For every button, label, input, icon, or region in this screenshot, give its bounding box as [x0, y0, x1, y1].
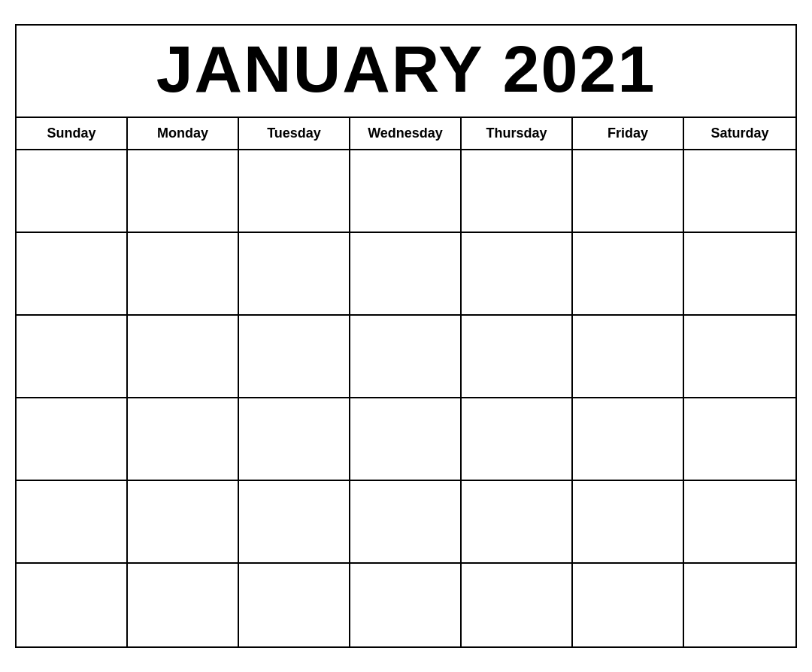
calendar-cell[interactable]	[462, 316, 573, 398]
calendar-cell[interactable]	[462, 398, 573, 481]
calendar-cell[interactable]	[684, 150, 795, 233]
day-header-thursday: Thursday	[462, 118, 573, 149]
calendar-cell[interactable]	[350, 481, 462, 564]
calendar-cell[interactable]	[128, 564, 239, 646]
day-header-tuesday: Tuesday	[239, 118, 350, 149]
calendar-cell[interactable]	[239, 398, 350, 481]
calendar: JANUARY 2021 Sunday Monday Tuesday Wedne…	[15, 24, 797, 649]
calendar-cell[interactable]	[350, 150, 462, 233]
calendar-cell[interactable]	[573, 233, 684, 316]
calendar-cell[interactable]	[573, 150, 684, 233]
calendar-cell[interactable]	[684, 564, 795, 646]
day-header-friday: Friday	[573, 118, 684, 149]
calendar-cell[interactable]	[128, 150, 239, 233]
calendar-cell[interactable]	[462, 233, 573, 316]
calendar-cell[interactable]	[350, 564, 462, 646]
calendar-cell[interactable]	[128, 398, 239, 481]
calendar-cell[interactable]	[239, 481, 350, 564]
calendar-cell[interactable]	[573, 316, 684, 398]
calendar-title: JANUARY 2021	[17, 33, 795, 106]
calendar-cell[interactable]	[573, 398, 684, 481]
day-header-sunday: Sunday	[17, 118, 128, 149]
calendar-cell[interactable]	[462, 150, 573, 233]
calendar-cell[interactable]	[17, 150, 128, 233]
day-header-saturday: Saturday	[684, 118, 795, 149]
calendar-cell[interactable]	[573, 564, 684, 646]
calendar-cell[interactable]	[684, 398, 795, 481]
calendar-cell[interactable]	[239, 316, 350, 398]
calendar-cell[interactable]	[684, 481, 795, 564]
calendar-cell[interactable]	[462, 564, 573, 646]
day-header-monday: Monday	[128, 118, 239, 149]
calendar-grid	[17, 150, 795, 646]
calendar-cell[interactable]	[17, 316, 128, 398]
calendar-cell[interactable]	[239, 233, 350, 316]
calendar-cell[interactable]	[684, 316, 795, 398]
calendar-cell[interactable]	[573, 481, 684, 564]
calendar-cell[interactable]	[128, 233, 239, 316]
calendar-cell[interactable]	[462, 481, 573, 564]
days-header: Sunday Monday Tuesday Wednesday Thursday…	[17, 118, 795, 150]
calendar-cell[interactable]	[128, 316, 239, 398]
calendar-cell[interactable]	[17, 398, 128, 481]
calendar-cell[interactable]	[17, 481, 128, 564]
calendar-cell[interactable]	[239, 564, 350, 646]
calendar-cell[interactable]	[350, 316, 462, 398]
calendar-header: JANUARY 2021	[17, 26, 795, 119]
day-header-wednesday: Wednesday	[350, 118, 462, 149]
calendar-cell[interactable]	[239, 150, 350, 233]
calendar-cell[interactable]	[350, 233, 462, 316]
calendar-cell[interactable]	[17, 564, 128, 646]
calendar-cell[interactable]	[17, 233, 128, 316]
calendar-cell[interactable]	[128, 481, 239, 564]
calendar-cell[interactable]	[684, 233, 795, 316]
calendar-cell[interactable]	[350, 398, 462, 481]
